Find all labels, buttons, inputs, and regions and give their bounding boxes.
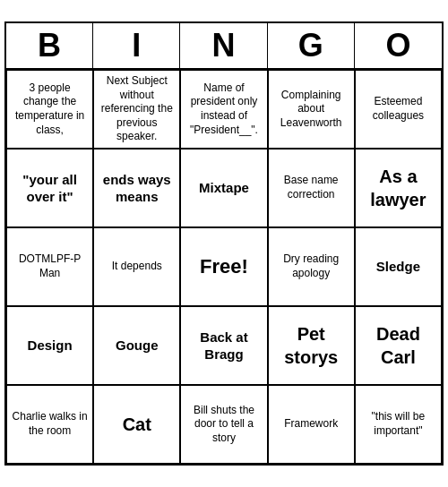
bingo-header: BINGO bbox=[6, 23, 442, 70]
bingo-cell: Design bbox=[6, 306, 93, 385]
header-letter: I bbox=[93, 23, 180, 68]
bingo-cell: It depends bbox=[93, 227, 180, 306]
bingo-cell: Base name correction bbox=[268, 149, 355, 227]
header-letter: G bbox=[268, 23, 355, 68]
bingo-cell: Esteemed colleagues bbox=[355, 70, 442, 149]
bingo-cell: "this will be important" bbox=[355, 385, 442, 464]
bingo-cell: Dry reading apology bbox=[268, 227, 355, 306]
bingo-cell: Complaining about Leavenworth bbox=[268, 70, 355, 149]
bingo-card: BINGO 3 people change the temperature in… bbox=[4, 21, 444, 466]
bingo-cell: Bill shuts the door to tell a story bbox=[180, 385, 267, 464]
bingo-cell: ends ways means bbox=[93, 149, 180, 227]
bingo-cell: DOTMLPF-P Man bbox=[6, 227, 93, 306]
bingo-cell: Pet storys bbox=[268, 306, 355, 385]
bingo-cell: Gouge bbox=[93, 306, 180, 385]
bingo-cell: As a lawyer bbox=[355, 149, 442, 227]
bingo-cell: Dead Carl bbox=[355, 306, 442, 385]
bingo-cell: Framework bbox=[268, 385, 355, 464]
bingo-cell: Next Subject without referencing the pre… bbox=[93, 70, 180, 149]
bingo-cell: Cat bbox=[93, 385, 180, 464]
header-letter: N bbox=[180, 23, 267, 68]
header-letter: O bbox=[355, 23, 442, 68]
bingo-cell: Back at Bragg bbox=[180, 306, 267, 385]
bingo-cell: Mixtape bbox=[180, 149, 267, 227]
bingo-cell: Sledge bbox=[355, 227, 442, 306]
header-letter: B bbox=[6, 23, 93, 68]
bingo-cell: Name of president only instead of "Presi… bbox=[180, 70, 267, 149]
bingo-cell: Free! bbox=[180, 227, 267, 306]
bingo-cell: "your all over it" bbox=[6, 149, 93, 227]
bingo-cell: Charlie walks in the room bbox=[6, 385, 93, 464]
bingo-cell: 3 people change the temperature in class… bbox=[6, 70, 93, 149]
bingo-grid: 3 people change the temperature in class… bbox=[6, 70, 442, 464]
